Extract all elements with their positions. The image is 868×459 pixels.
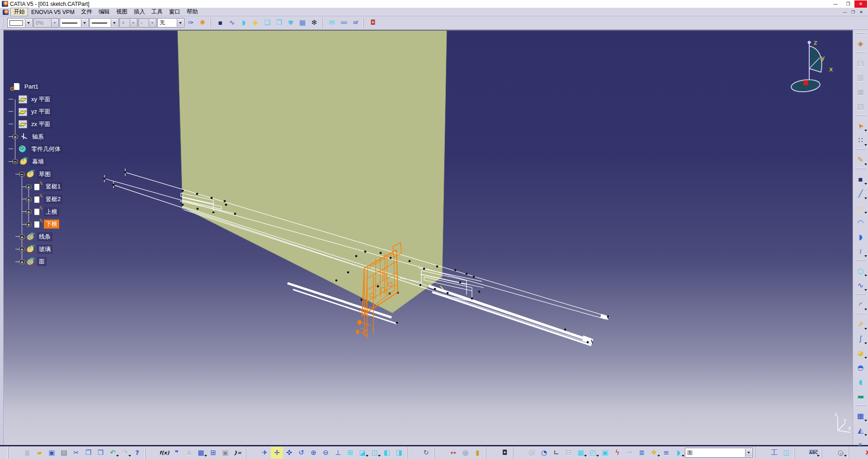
menu-view[interactable]: 视图: [113, 8, 131, 16]
menu-file[interactable]: 文件: [78, 8, 95, 16]
mdi-restore-button[interactable]: ❐: [850, 10, 856, 14]
print-icon[interactable]: ▤: [58, 447, 70, 459]
viewport-canvas[interactable]: z y x z y x: [4, 31, 853, 445]
copy-icon[interactable]: ❐: [82, 447, 94, 459]
mdi-close-button[interactable]: ✕: [858, 10, 864, 14]
formula-icon[interactable]: f(x): [158, 447, 170, 459]
zoom-in-icon[interactable]: ⊕: [307, 447, 320, 459]
tree-item-zx-plane[interactable]: zx 平面: [5, 118, 62, 131]
catalog-3-icon[interactable]: ▦: [854, 85, 867, 99]
expand-toggle[interactable]: +: [12, 134, 18, 139]
save-icon[interactable]: ▣: [46, 447, 58, 459]
workbench-icon[interactable]: ◈: [854, 37, 867, 51]
swap-visible-space-icon[interactable]: ◨: [393, 447, 405, 459]
history-list-icon[interactable]: ≡: [660, 447, 672, 459]
tree-item-label[interactable]: 竖梃2: [44, 195, 62, 204]
fly-mode-icon[interactable]: ✈: [259, 447, 271, 459]
volume-edges-display-icon[interactable]: ❐: [273, 17, 285, 29]
tree-item-part1[interactable]: Part1: [5, 80, 62, 93]
tree-item-part-body[interactable]: 零件几何体: [5, 143, 62, 155]
dropdown-arrow[interactable]: [745, 449, 752, 457]
circle-icon[interactable]: ○: [854, 264, 867, 278]
line-weight-select[interactable]: [60, 18, 89, 28]
offset-surface-icon[interactable]: ⇗: [854, 317, 867, 332]
work-grid-icon[interactable]: ▦: [575, 447, 587, 459]
painter-icon[interactable]: ✑: [185, 17, 197, 29]
curve-display-icon[interactable]: ∿: [226, 17, 238, 29]
hide-show-icon[interactable]: ◧: [381, 447, 393, 459]
table-edit-icon[interactable]: ⊞: [207, 447, 219, 459]
enovia-vpm-icon[interactable]: ◘: [367, 17, 379, 29]
expand-toggle[interactable]: −: [12, 159, 18, 164]
expand-toggle[interactable]: +: [26, 222, 32, 227]
tree-item-sketches-set[interactable]: − 草图: [5, 168, 62, 181]
measure-inertia-icon[interactable]: ▮: [472, 447, 484, 459]
kinematics-icon[interactable]: ϟ: [611, 447, 623, 459]
volume-display-icon[interactable]: ❏: [261, 17, 273, 29]
tree-item-label[interactable]: 线条: [37, 232, 52, 241]
dropdown-arrow[interactable]: [51, 19, 58, 27]
spline-icon[interactable]: ∿: [854, 278, 867, 293]
tree-item-face-set[interactable]: + 面: [5, 256, 62, 268]
menu-edit[interactable]: 编辑: [95, 8, 113, 16]
measure-between-icon[interactable]: ↔: [447, 447, 459, 459]
tree-item-label[interactable]: 玻璃: [37, 245, 52, 254]
tree-item-label[interactable]: 轴系: [30, 132, 46, 141]
dropdown-arrow[interactable]: [25, 19, 32, 27]
catalog-4-icon[interactable]: ▧: [854, 99, 867, 114]
tree-item-label[interactable]: zx 平面: [29, 120, 52, 129]
rotate-icon[interactable]: ↺: [295, 447, 307, 459]
tree-item-label[interactable]: xy 平面: [29, 95, 52, 104]
fill-color-select[interactable]: [7, 18, 33, 28]
expand-toggle[interactable]: +: [26, 197, 32, 202]
turntable-icon[interactable]: ↻: [420, 447, 432, 459]
catalog-1-icon[interactable]: ▤: [854, 56, 867, 70]
redo-icon[interactable]: ↷: [119, 447, 131, 459]
catalog-2-icon[interactable]: ▥: [854, 70, 867, 85]
tree-item-label[interactable]: 下横: [44, 220, 59, 229]
tree-item-label[interactable]: 幕墙: [30, 157, 46, 166]
surface-display-icon[interactable]: ◗: [238, 17, 250, 29]
tree-item-top-transom[interactable]: + 上横: [5, 206, 62, 218]
close-button[interactable]: ✕: [854, 0, 867, 8]
measure-item-icon[interactable]: ◎: [459, 447, 472, 459]
dropdown-arrow[interactable]: [177, 19, 184, 27]
corner-icon[interactable]: ◜: [854, 298, 867, 312]
dimension-box-icon[interactable]: ◫: [780, 447, 793, 459]
split-icon[interactable]: ◭: [854, 423, 867, 438]
plane-icon[interactable]: ▱: [854, 201, 867, 215]
mdi-minimize-button[interactable]: —: [842, 10, 848, 14]
extract-icon[interactable]: ◖: [854, 375, 867, 389]
expand-toggle[interactable]: +: [19, 247, 25, 252]
select-arrow-icon[interactable]: ➤: [854, 119, 867, 133]
menu-insert[interactable]: 插入: [131, 8, 148, 16]
catalog-browser-icon[interactable]: ❖: [648, 447, 660, 459]
open-icon[interactable]: ▰: [33, 447, 46, 459]
line-icon[interactable]: ╱: [854, 187, 867, 201]
point-symbol-select[interactable]: ×: [119, 18, 137, 28]
view-compass[interactable]: z y x: [791, 39, 833, 93]
blend-surface-icon[interactable]: ◓: [854, 361, 867, 375]
plane-display-icon[interactable]: ◆: [250, 17, 261, 29]
dropdown-arrow[interactable]: [81, 19, 88, 27]
axis-system-icon[interactable]: ∟: [550, 447, 562, 459]
sweep-surface-icon[interactable]: ≀: [854, 244, 867, 259]
tree-item-glass-set[interactable]: + 玻璃: [5, 243, 62, 256]
curtain-wall-face[interactable]: [178, 31, 447, 313]
tree-item-label[interactable]: yz 平面: [29, 107, 52, 116]
undo-icon[interactable]: ↶: [107, 447, 119, 459]
multi-view-icon[interactable]: ⊞: [344, 447, 356, 459]
mail-help-icon[interactable]: ✉?: [349, 17, 361, 29]
knowledge-inspector-icon[interactable]: ◔: [538, 447, 550, 459]
multi-extract-icon[interactable]: ▬: [854, 389, 867, 404]
camera-icon[interactable]: ◘: [499, 447, 511, 459]
point-display-icon[interactable]: ▪: [214, 17, 226, 29]
dropdown-arrow[interactable]: [111, 19, 118, 27]
fill-surface-icon[interactable]: ◕: [854, 346, 867, 361]
tree-item-mullion-2[interactable]: + 竖梃2: [5, 193, 62, 206]
expand-toggle[interactable]: +: [26, 184, 32, 189]
expand-toggle[interactable]: +: [19, 234, 25, 239]
iso-view-icon[interactable]: ◪: [356, 447, 368, 459]
design-table-icon[interactable]: ▦: [195, 447, 207, 459]
transparency-select[interactable]: 0%: [33, 18, 59, 28]
